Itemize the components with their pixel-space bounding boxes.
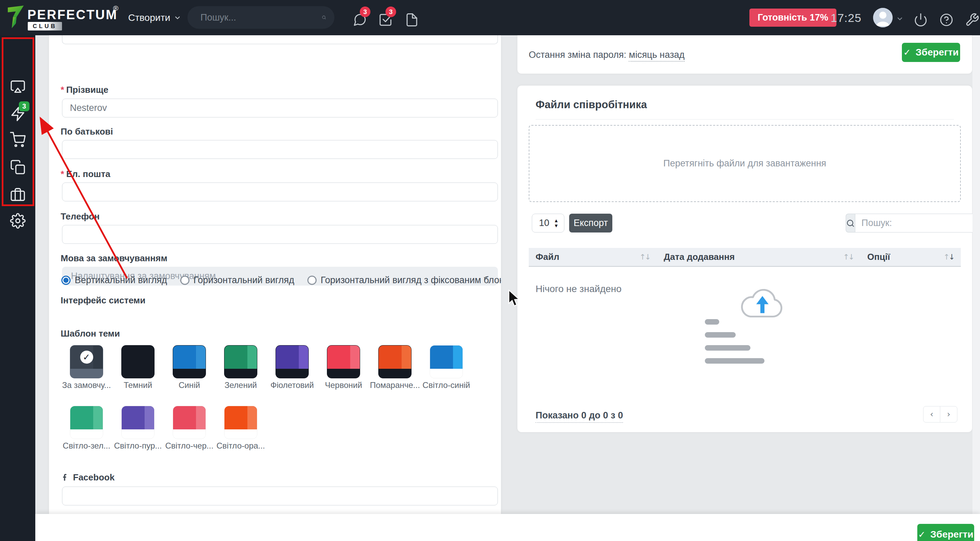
app-header: PERFECTUM ® CLUB Створити 3 3 Готовність… bbox=[0, 0, 980, 35]
theme-option: Зелений bbox=[224, 345, 257, 378]
radio-icon bbox=[61, 276, 71, 285]
theme-swatch[interactable] bbox=[70, 406, 103, 439]
radio-icon bbox=[180, 276, 189, 285]
save-button[interactable]: ✓ Зберегти bbox=[902, 43, 960, 62]
tasks-badge: 3 bbox=[385, 6, 396, 17]
theme-swatch-label: Світло-зел... bbox=[63, 441, 110, 451]
theme-swatch[interactable] bbox=[121, 345, 154, 378]
cart-icon bbox=[10, 132, 26, 148]
pagination: ‹ › bbox=[923, 406, 958, 422]
skeleton-bar bbox=[705, 319, 719, 325]
theme-option: Темний bbox=[121, 345, 154, 378]
theme-swatch[interactable]: ✓ bbox=[70, 345, 103, 378]
theme-swatch-label: Синій bbox=[178, 381, 200, 390]
theme-swatch-label: Помаранче... bbox=[370, 381, 420, 390]
divider bbox=[536, 119, 954, 119]
upload-cloud-illustration bbox=[733, 281, 792, 327]
theme-row-1: ✓За замовчу...ТемнийСинійЗеленийФіолетов… bbox=[70, 345, 463, 378]
theme-swatch[interactable] bbox=[275, 345, 309, 378]
create-button[interactable]: Створити bbox=[128, 0, 181, 35]
briefcase-icon bbox=[10, 187, 26, 202]
theme-swatch[interactable] bbox=[430, 345, 463, 378]
theme-swatch-label: Червоний bbox=[325, 381, 362, 390]
middle-name-input[interactable] bbox=[62, 140, 498, 159]
interface-radio-group: Вертикальний вигляд Горизонтальний вигля… bbox=[61, 275, 501, 286]
brand-logo-icon[interactable] bbox=[7, 5, 25, 31]
global-search-input[interactable] bbox=[200, 12, 322, 23]
help-icon[interactable] bbox=[939, 13, 954, 27]
theme-option: Фіолетовий bbox=[275, 345, 309, 378]
files-search bbox=[846, 214, 961, 233]
phone-label: Телефон bbox=[60, 211, 100, 222]
check-icon: ✓ bbox=[903, 47, 911, 57]
radio-horizontal-view[interactable]: Горизонтальний вигляд bbox=[180, 275, 294, 286]
export-button[interactable]: Експорт bbox=[569, 214, 612, 233]
files-table-header: Файл ↑↓ Дата додавання ↑↓ Опції ↑↓↑↓ bbox=[529, 248, 961, 267]
theme-swatch-label: Світло-ора... bbox=[216, 441, 265, 451]
skeleton-bar bbox=[705, 358, 764, 363]
email-input[interactable] bbox=[62, 182, 498, 201]
scrollbar-track[interactable] bbox=[972, 35, 980, 541]
theme-swatch[interactable] bbox=[327, 345, 360, 378]
global-search bbox=[188, 6, 334, 29]
theme-option: Синій bbox=[173, 345, 206, 378]
empty-state-text: Нічого не знайдено bbox=[536, 284, 622, 295]
column-header-options[interactable]: Опції ↑↓↑↓ bbox=[861, 252, 961, 262]
skeleton-bar bbox=[705, 345, 751, 351]
radio-icon bbox=[307, 276, 317, 285]
theme-swatch[interactable] bbox=[121, 406, 154, 439]
readiness-button[interactable]: Готовність 17% bbox=[749, 9, 837, 27]
search-icon[interactable] bbox=[322, 12, 326, 22]
email-label: *Ел. пошта bbox=[60, 169, 110, 179]
page-size-select[interactable]: 10 ▲▼ bbox=[532, 214, 564, 233]
search-icon[interactable] bbox=[846, 214, 855, 233]
screen-cast-icon bbox=[10, 79, 26, 95]
stepper-arrows-icon: ▲▼ bbox=[554, 219, 558, 228]
sort-icon: ↑↓ bbox=[843, 253, 854, 261]
facebook-input[interactable] bbox=[62, 487, 498, 505]
wrench-icon[interactable] bbox=[965, 13, 979, 27]
sidebar-item-settings[interactable] bbox=[10, 213, 26, 229]
sort-icon: ↑↓↑↓ bbox=[943, 253, 954, 261]
files-search-input[interactable] bbox=[855, 214, 980, 233]
chevron-down-icon bbox=[174, 14, 181, 22]
theme-swatch[interactable] bbox=[173, 406, 206, 439]
file-dropzone[interactable]: Перетягніть файли для завантаження bbox=[529, 125, 961, 202]
avatar[interactable] bbox=[873, 8, 892, 27]
footer-save-button[interactable]: ✓ Зберегти bbox=[917, 524, 974, 541]
avatar-chevron-icon[interactable] bbox=[896, 15, 904, 22]
theme-swatch-label: Світло-синій bbox=[423, 381, 470, 390]
theme-swatch-label: Світло-пур... bbox=[114, 441, 162, 451]
theme-option: Світло-пур... bbox=[121, 406, 154, 439]
phone-input[interactable] bbox=[62, 225, 498, 244]
theme-option: Світло-чер... bbox=[173, 406, 206, 439]
power-icon[interactable] bbox=[913, 13, 928, 27]
theme-swatch-label: Світло-чер... bbox=[165, 441, 213, 451]
password-change-date[interactable]: місяць назад bbox=[629, 50, 685, 62]
password-card: Остання зміна пароля: місяць назад ✓ Збе… bbox=[517, 35, 972, 74]
document-icon[interactable] bbox=[405, 13, 419, 27]
sidebar-item-copy[interactable] bbox=[10, 159, 26, 175]
theme-swatch[interactable] bbox=[224, 406, 257, 439]
password-last-change: Остання зміна пароля: місяць назад bbox=[529, 50, 685, 60]
theme-row-2: Світло-зел...Світло-пур...Світло-чер...С… bbox=[70, 406, 257, 439]
last-name-input[interactable] bbox=[62, 98, 498, 117]
prev-page-button[interactable]: ‹ bbox=[923, 406, 940, 422]
column-header-file[interactable]: Файл ↑↓ bbox=[529, 252, 657, 262]
copy-icon bbox=[10, 159, 26, 175]
column-header-date-added[interactable]: Дата додавання ↑↓ bbox=[657, 252, 861, 262]
radio-vertical-view[interactable]: Вертикальний вигляд bbox=[61, 275, 167, 286]
theme-swatch[interactable] bbox=[378, 345, 412, 378]
upload-arrow-icon bbox=[760, 304, 764, 313]
selected-check-icon: ✓ bbox=[80, 351, 93, 363]
theme-swatch[interactable] bbox=[224, 345, 257, 378]
employee-form-card: *Прізвище По батькові *Ел. пошта Телефон… bbox=[49, 35, 501, 514]
theme-swatch[interactable] bbox=[173, 345, 206, 378]
sidebar-item-briefcase[interactable] bbox=[10, 187, 26, 202]
sidebar-item-shop[interactable] bbox=[10, 132, 26, 148]
next-page-button[interactable]: › bbox=[940, 406, 957, 422]
radio-horizontal-fixed-view[interactable]: Горизонтальний вигляд з фіксованим блоко… bbox=[307, 275, 501, 286]
sidebar-item-screens[interactable] bbox=[10, 79, 26, 95]
table-summary: Показано 0 до 0 з 0 bbox=[536, 410, 623, 423]
cutoff-input[interactable] bbox=[62, 35, 498, 44]
